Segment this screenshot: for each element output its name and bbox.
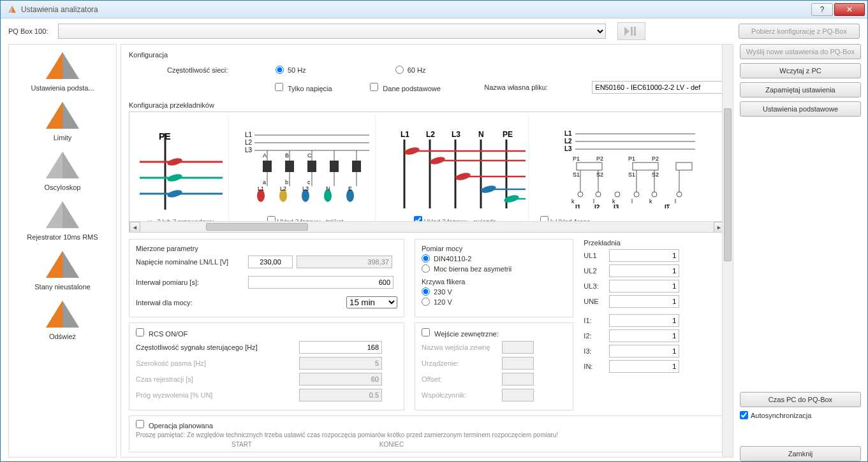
svg-text:L2: L2 — [280, 185, 286, 192]
measured-title: Mierzone parametry — [136, 245, 397, 252]
power-opt2-radio[interactable]: Moc bierna bez asymetrii — [422, 264, 566, 273]
send-config-button[interactable]: Wyślij nowe ustawienia do PQ-Box — [740, 44, 861, 59]
sidebar-item-label: Stany nieustalone — [34, 283, 90, 291]
svg-text:c: c — [307, 179, 311, 185]
ext-device-input — [502, 357, 534, 370]
sidebar-item-label: Oscyloskop — [45, 184, 81, 191]
ext-title: Wejście zewnętrzne: — [434, 330, 499, 338]
svg-text:L3: L3 — [302, 185, 309, 192]
autosync-label: Autosynchronizacja — [751, 412, 811, 419]
filename-input[interactable] — [592, 81, 725, 94]
interval-input[interactable] — [248, 276, 394, 289]
hscroll-left-arrow[interactable]: ◄ — [129, 222, 140, 233]
ratio-ul1-label: UL1 — [584, 252, 609, 259]
svg-text:L3: L3 — [452, 130, 460, 139]
planned-checkbox[interactable]: Operacja planowana — [136, 422, 213, 430]
sidebar-item-refresh[interactable]: Odśwież — [9, 298, 116, 340]
nominal-input-1[interactable] — [248, 256, 293, 268]
svg-marker-19 — [63, 251, 79, 278]
nominal-input-2 — [297, 256, 392, 268]
ratio-une-label: UNE — [584, 298, 609, 305]
diagram-panel: PE y - 2 lub 3 przewodowy — [129, 112, 725, 233]
svg-point-79 — [429, 155, 446, 166]
svg-point-110 — [677, 192, 682, 197]
transducers-title: Konfiguracja przekładników — [129, 101, 725, 109]
sidebar-item-label: Odśwież — [49, 333, 76, 340]
freq-60-radio[interactable]: 60 Hz — [395, 66, 426, 74]
svg-text:P1: P1 — [628, 155, 635, 162]
ratio-ul3-label: UL3: — [584, 282, 609, 290]
only-voltage-checkbox[interactable]: Tylko napięcia — [275, 83, 351, 92]
load-pc-button[interactable]: Wczytaj z PC — [740, 63, 861, 78]
svg-marker-6 — [46, 52, 63, 79]
svg-text:L3: L3 — [564, 145, 572, 152]
svg-point-29 — [166, 173, 183, 183]
rcs-checkbox[interactable]: RCS ON/OF — [136, 330, 188, 338]
flicker-120-radio[interactable]: 120 V — [422, 298, 566, 306]
ext-checkbox[interactable]: Wejście zewnętrzne: — [422, 330, 499, 338]
save-settings-button[interactable]: Zapamiętaj ustawienia — [740, 82, 861, 97]
svg-rect-3 — [631, 27, 633, 36]
power-title: Pomiar mocy — [422, 245, 566, 252]
svg-text:L2: L2 — [564, 138, 572, 145]
ratio-ul3-input[interactable] — [609, 280, 679, 292]
svg-text:S1: S1 — [573, 171, 580, 178]
autosync-checkbox[interactable]: Autosynchronizacja — [740, 411, 861, 419]
titlebar: Ustawienia analizatora ? ✕ — [1, 1, 867, 18]
defaults-button[interactable]: Ustawienia podstawowe — [740, 101, 861, 117]
rcs-freq-input[interactable] — [299, 341, 382, 354]
sidebar-item-transients[interactable]: Stany nieustalone — [9, 249, 116, 291]
svg-text:S1: S1 — [628, 171, 635, 178]
svg-point-28 — [166, 157, 183, 167]
right-button-column: Wyślij nowe ustawienia do PQ-Box Wczytaj… — [740, 44, 861, 461]
power-opt2-label: Moc bierna bez asymetrii — [434, 265, 511, 273]
svg-marker-15 — [46, 201, 63, 228]
svg-marker-9 — [46, 102, 63, 129]
svg-point-78 — [404, 146, 420, 156]
help-button[interactable]: ? — [811, 3, 833, 16]
diagram-delta: L1L2L3 ABC abc L1L2L3NE — [242, 126, 369, 208]
svg-text:L1: L1 — [258, 185, 264, 192]
sidebar-item-limits[interactable]: Limity — [9, 99, 116, 141]
ratio-in-input[interactable] — [609, 360, 679, 373]
close-button[interactable]: ✕ — [834, 3, 865, 16]
ratio-ul2-label: UL2 — [584, 267, 609, 275]
hscroll-thumb[interactable] — [206, 223, 308, 231]
sidebar-item-oscilloscope[interactable]: Oscyloskop — [9, 149, 116, 191]
sidebar-item-basic-settings[interactable]: Ustawienia podsta... — [9, 50, 116, 92]
svg-text:L1: L1 — [401, 130, 409, 139]
close-dialog-button[interactable]: Zamknij — [740, 446, 861, 461]
play-button[interactable] — [617, 22, 645, 40]
sidebar-item-recorder[interactable]: Rejestrator 10ms RMS — [9, 199, 116, 241]
vscroll-thumb[interactable] — [724, 108, 732, 261]
freq-50-radio[interactable]: 50 Hz — [276, 66, 306, 74]
pc-time-button[interactable]: Czas PC do PQ-Box — [740, 392, 861, 407]
ratio-i2-input[interactable] — [609, 329, 679, 342]
flicker-230-radio[interactable]: 230 V — [422, 287, 566, 296]
ratio-une-input[interactable] — [609, 295, 679, 308]
flicker-120-label: 120 V — [434, 298, 452, 306]
svg-point-106 — [596, 192, 601, 197]
basic-data-checkbox[interactable]: Dane podstawowe — [370, 83, 465, 92]
ratio-i1-label: I1: — [584, 317, 609, 324]
device-label: PQ Box 100: — [8, 27, 53, 35]
fetch-config-button[interactable]: Pobierz konfigurację z PQ-Box — [739, 24, 860, 39]
ratio-i1-input[interactable] — [609, 314, 679, 327]
power-interval-select[interactable]: 15 min — [346, 296, 397, 308]
svg-point-105 — [578, 192, 583, 197]
device-select[interactable] — [58, 24, 606, 39]
rcs-rec-label: Czas rejestracji [s] — [136, 375, 295, 383]
svg-point-108 — [634, 192, 639, 197]
ratio-ul1-input[interactable] — [609, 249, 679, 262]
diagram-hscroll[interactable]: ◄ ► — [129, 221, 725, 232]
svg-text:L3: L3 — [245, 147, 253, 154]
svg-text:PE: PE — [503, 130, 513, 139]
diagram-star: L1L2L3NPE — [385, 126, 526, 208]
ratio-i3-input[interactable] — [609, 345, 679, 357]
ratio-ul2-input[interactable] — [609, 264, 679, 277]
main-vscroll[interactable] — [722, 45, 733, 457]
power-opt1-radio[interactable]: DIN40110-2 — [422, 254, 566, 263]
svg-rect-42 — [263, 161, 272, 172]
sidebar-item-label: Limity — [54, 134, 72, 141]
flicker-230-label: 230 V — [434, 288, 452, 296]
